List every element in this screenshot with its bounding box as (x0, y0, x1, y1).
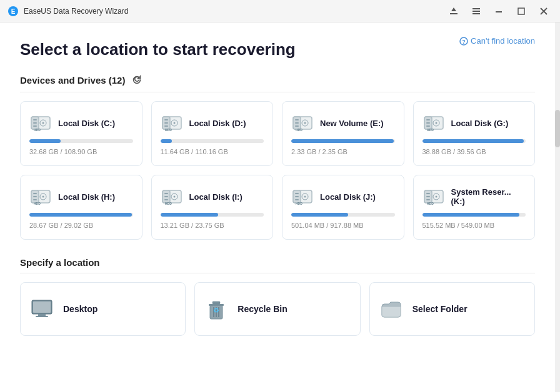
drive-size: 13.21 GB / 23.75 GB (161, 222, 264, 229)
specify-section-title: Specify a location (20, 257, 100, 268)
svg-text:HDD: HDD (34, 202, 41, 205)
svg-text:HDD: HDD (296, 202, 302, 205)
location-label: Recycle Bin (238, 304, 287, 314)
drive-card-5[interactable]: HDD Local Disk (I:) 13.21 GB / 23.75 GB (151, 175, 274, 240)
svg-rect-59 (164, 199, 168, 200)
svg-rect-51 (33, 199, 37, 200)
drive-name: Local Disk (J:) (320, 192, 376, 202)
drive-size: 2.33 GB / 2.35 GB (291, 148, 395, 155)
svg-rect-74 (426, 196, 430, 197)
cant-find-location-link[interactable]: ? Can't find location (459, 36, 535, 46)
desktop-icon (29, 296, 54, 321)
drive-name: Local Disk (I:) (189, 192, 242, 202)
hdd-icon: HDD (161, 112, 183, 134)
drive-card-top: HDD System Reser... (K:) (422, 185, 526, 208)
drive-card-6[interactable]: HDD Local Disk (J:) 501.04 MB / 917.88 M… (282, 175, 404, 240)
drive-name: Local Disk (G:) (451, 119, 509, 128)
svg-text:HDD: HDD (34, 128, 41, 132)
svg-point-16 (42, 122, 44, 124)
hdd-icon: HDD (422, 185, 445, 208)
svg-rect-4 (472, 8, 480, 9)
svg-rect-25 (164, 119, 168, 120)
svg-rect-7 (496, 11, 502, 12)
progress-bar-bg (29, 213, 133, 217)
progress-bar-fill (422, 139, 524, 143)
minimize-button[interactable] (490, 2, 508, 20)
svg-rect-33 (295, 119, 299, 120)
progress-bar-fill (291, 139, 394, 143)
progress-bar-bg (291, 213, 395, 217)
titlebar: E EaseUS Data Recovery Wizard (0, 0, 560, 22)
drive-card-top: HDD Local Disk (J:) (291, 185, 395, 208)
svg-rect-75 (426, 199, 430, 200)
svg-rect-8 (518, 8, 524, 14)
location-card-recycle[interactable]: ♻ Recycle Bin (194, 282, 360, 336)
svg-rect-35 (295, 125, 299, 127)
svg-rect-66 (295, 196, 299, 197)
drive-card-2[interactable]: HDD New Volume (E:) 2.33 GB / 2.35 GB (282, 101, 404, 166)
devices-section-header: Devices and Drives (12) (20, 73, 535, 92)
drive-card-top: HDD Local Disk (C:) (29, 112, 133, 134)
maximize-button[interactable] (512, 2, 530, 20)
svg-rect-42 (426, 122, 430, 124)
drive-card-top: HDD New Volume (E:) (291, 112, 395, 134)
drive-card-0[interactable]: HDD Local Disk (C:) 32.68 GB / 108.90 GB (20, 101, 142, 166)
drive-name: New Volume (E:) (320, 119, 384, 128)
upload-button[interactable] (445, 2, 462, 20)
progress-bar-bg (422, 213, 526, 217)
svg-text:E: E (11, 8, 16, 15)
drive-size: 515.52 MB / 549.00 MB (422, 222, 526, 229)
svg-rect-17 (33, 119, 37, 120)
folder-icon (379, 296, 404, 321)
drive-size: 38.88 GB / 39.56 GB (422, 148, 526, 155)
drive-card-3[interactable]: HDD Local Disk (G:) 38.88 GB / 39.56 GB (413, 101, 536, 166)
drive-size: 32.68 GB / 108.90 GB (29, 148, 133, 155)
refresh-icon (132, 75, 142, 85)
drive-size: 28.67 GB / 29.02 GB (29, 222, 133, 229)
svg-marker-3 (451, 7, 456, 11)
svg-text:HDD: HDD (165, 128, 172, 132)
drive-size: 501.04 MB / 917.88 MB (291, 222, 395, 229)
scrollbar-thumb[interactable] (555, 110, 560, 147)
location-card-desktop[interactable]: Desktop (20, 282, 186, 336)
app-title: EaseUS Data Recovery Wizard (24, 7, 445, 16)
close-button[interactable] (535, 2, 552, 20)
progress-bar-fill (422, 213, 520, 217)
svg-point-56 (173, 196, 175, 198)
svg-rect-34 (295, 122, 299, 124)
svg-point-40 (435, 122, 437, 124)
drive-card-1[interactable]: HDD Local Disk (D:) 11.64 GB / 110.16 GB (151, 101, 274, 166)
hdd-icon: HDD (422, 112, 445, 134)
progress-bar-fill (29, 139, 61, 143)
specify-section-header: Specify a location (20, 257, 535, 273)
svg-rect-73 (426, 193, 430, 194)
page-title: Select a location to start recovering (20, 40, 535, 59)
drive-card-top: HDD Local Disk (G:) (422, 112, 526, 134)
refresh-button[interactable] (130, 73, 144, 87)
content-area: ? Can't find location Select a location … (0, 22, 555, 392)
hdd-icon: HDD (29, 185, 52, 208)
svg-rect-41 (426, 119, 430, 120)
svg-text:HDD: HDD (296, 128, 302, 132)
progress-bar-fill (161, 213, 219, 217)
drive-name: Local Disk (D:) (189, 119, 246, 128)
progress-bar-bg (161, 213, 264, 217)
progress-bar-bg (291, 139, 395, 143)
svg-rect-82 (209, 304, 224, 306)
scrollbar-track[interactable] (555, 22, 560, 392)
progress-bar-fill (291, 213, 348, 217)
app-logo: E (8, 6, 19, 17)
svg-rect-19 (33, 125, 37, 127)
svg-text:HDD: HDD (165, 202, 172, 205)
drive-card-4[interactable]: HDD Local Disk (H:) 28.67 GB / 29.02 GB (20, 175, 142, 240)
recycle-bin-icon: ♻ (204, 296, 229, 321)
svg-rect-79 (38, 314, 46, 316)
location-card-folder[interactable]: Select Folder (369, 282, 535, 336)
drive-card-7[interactable]: HDD System Reser... (K:) 515.52 MB / 549… (413, 175, 536, 240)
progress-bar-fill (161, 139, 172, 143)
progress-bar-bg (422, 139, 526, 143)
location-label: Select Folder (412, 304, 468, 314)
progress-bar-fill (29, 213, 132, 217)
hdd-icon: HDD (291, 112, 314, 134)
menu-button[interactable] (468, 2, 485, 20)
